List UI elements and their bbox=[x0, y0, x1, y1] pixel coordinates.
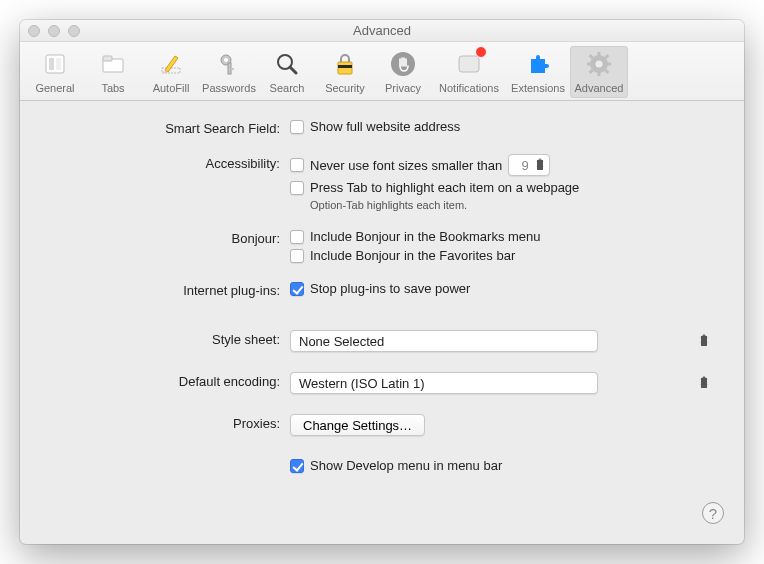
checkbox-label: Show full website address bbox=[310, 119, 460, 134]
row-plugins: Internet plug-ins: Stop plug-ins to save… bbox=[50, 281, 714, 298]
tab-autofill[interactable]: AutoFill bbox=[142, 46, 200, 98]
show-full-url-option[interactable]: Show full website address bbox=[290, 119, 714, 134]
titlebar: Advanced bbox=[20, 20, 744, 42]
bonjour-favorites-option[interactable]: Include Bonjour in the Favorites bar bbox=[290, 248, 714, 263]
tab-label: Tabs bbox=[101, 82, 124, 94]
puzzle-icon bbox=[522, 48, 554, 80]
stylesheet-label: Style sheet: bbox=[50, 330, 290, 347]
encoding-label: Default encoding: bbox=[50, 372, 290, 389]
notification-icon bbox=[453, 48, 485, 80]
svg-rect-15 bbox=[459, 56, 479, 72]
pencil-icon bbox=[155, 48, 187, 80]
tab-label: Extensions bbox=[511, 82, 565, 94]
tab-label: AutoFill bbox=[153, 82, 190, 94]
window-controls bbox=[28, 25, 80, 37]
key-icon bbox=[213, 48, 245, 80]
stop-plugins-checkbox[interactable] bbox=[290, 282, 304, 296]
develop-menu-checkbox[interactable] bbox=[290, 459, 304, 473]
bonjour-label: Bonjour: bbox=[50, 229, 290, 246]
svg-rect-0 bbox=[46, 55, 64, 73]
tab-label: Security bbox=[325, 82, 365, 94]
checkbox-label: Never use font sizes smaller than bbox=[310, 158, 502, 173]
hand-icon bbox=[387, 48, 419, 80]
svg-rect-21 bbox=[607, 63, 611, 66]
preferences-window: Advanced General Tabs AutoFill Passwords bbox=[20, 20, 744, 544]
show-full-url-checkbox[interactable] bbox=[290, 120, 304, 134]
chevron-updown-icon bbox=[700, 375, 708, 389]
badge-icon bbox=[475, 46, 487, 58]
tab-security[interactable]: Security bbox=[316, 46, 374, 98]
accessibility-label: Accessibility: bbox=[50, 154, 290, 171]
plugins-label: Internet plug-ins: bbox=[50, 281, 290, 298]
tab-highlight-option[interactable]: Press Tab to highlight each item on a we… bbox=[290, 180, 714, 195]
chevron-updown-icon bbox=[700, 333, 708, 347]
svg-rect-8 bbox=[228, 63, 231, 74]
change-settings-button[interactable]: Change Settings… bbox=[290, 414, 425, 436]
bonjour-favorites-checkbox[interactable] bbox=[290, 249, 304, 263]
svg-point-17 bbox=[596, 61, 603, 68]
tab-search[interactable]: Search bbox=[258, 46, 316, 98]
bonjour-bookmarks-checkbox[interactable] bbox=[290, 230, 304, 244]
checkbox-label: Stop plug-ins to save power bbox=[310, 281, 470, 296]
tab-label: Privacy bbox=[385, 82, 421, 94]
tab-advanced[interactable]: Advanced bbox=[570, 46, 628, 98]
svg-rect-2 bbox=[56, 58, 61, 70]
close-icon[interactable] bbox=[28, 25, 40, 37]
row-smart-search: Smart Search Field: Show full website ad… bbox=[50, 119, 714, 136]
svg-rect-19 bbox=[598, 72, 601, 76]
help-button[interactable]: ? bbox=[702, 502, 724, 524]
tab-privacy[interactable]: Privacy bbox=[374, 46, 432, 98]
svg-rect-1 bbox=[49, 58, 54, 70]
develop-menu-option[interactable]: Show Develop menu in menu bar bbox=[290, 458, 714, 473]
tab-notifications[interactable]: Notifications bbox=[432, 46, 506, 98]
tab-passwords[interactable]: Passwords bbox=[200, 46, 258, 98]
svg-point-14 bbox=[391, 52, 415, 76]
tab-extensions[interactable]: Extensions bbox=[506, 46, 570, 98]
checkbox-label: Include Bonjour in the Bookmarks menu bbox=[310, 229, 541, 244]
form-content: Smart Search Field: Show full website ad… bbox=[20, 101, 744, 473]
stop-plugins-option[interactable]: Stop plug-ins to save power bbox=[290, 281, 714, 296]
tab-tabs[interactable]: Tabs bbox=[84, 46, 142, 98]
search-icon bbox=[271, 48, 303, 80]
tab-label: Notifications bbox=[439, 82, 499, 94]
row-accessibility: Accessibility: Never use font sizes smal… bbox=[50, 154, 714, 211]
checkbox-label: Include Bonjour in the Favorites bar bbox=[310, 248, 515, 263]
checkbox-label: Press Tab to highlight each item on a we… bbox=[310, 180, 579, 195]
gear-icon bbox=[583, 48, 615, 80]
tabs-icon bbox=[97, 48, 129, 80]
svg-rect-13 bbox=[338, 65, 352, 68]
bonjour-bookmarks-option[interactable]: Include Bonjour in the Bookmarks menu bbox=[290, 229, 714, 244]
tab-label: Advanced bbox=[575, 82, 624, 94]
tab-label: General bbox=[35, 82, 74, 94]
tab-label: Passwords bbox=[202, 82, 256, 94]
smart-search-label: Smart Search Field: bbox=[50, 119, 290, 136]
checkbox-label: Show Develop menu in menu bar bbox=[310, 458, 502, 473]
minimize-icon[interactable] bbox=[48, 25, 60, 37]
svg-rect-18 bbox=[598, 52, 601, 56]
stylesheet-select[interactable]: None Selected bbox=[290, 330, 598, 352]
min-font-select[interactable]: 9 bbox=[508, 154, 550, 176]
tab-label: Search bbox=[270, 82, 305, 94]
svg-rect-9 bbox=[231, 68, 234, 70]
switch-icon bbox=[39, 48, 71, 80]
chevron-updown-icon bbox=[536, 157, 544, 171]
row-encoding: Default encoding: Western (ISO Latin 1) bbox=[50, 372, 714, 394]
preferences-toolbar: General Tabs AutoFill Passwords Search bbox=[20, 42, 744, 101]
encoding-select[interactable]: Western (ISO Latin 1) bbox=[290, 372, 598, 394]
row-develop: Show Develop menu in menu bar bbox=[50, 458, 714, 473]
svg-rect-4 bbox=[103, 56, 112, 61]
tab-general[interactable]: General bbox=[26, 46, 84, 98]
min-font-checkbox[interactable] bbox=[290, 158, 304, 172]
lock-icon bbox=[329, 48, 361, 80]
row-stylesheet: Style sheet: None Selected bbox=[50, 330, 714, 352]
row-bonjour: Bonjour: Include Bonjour in the Bookmark… bbox=[50, 229, 714, 263]
zoom-icon[interactable] bbox=[68, 25, 80, 37]
proxies-label: Proxies: bbox=[50, 414, 290, 431]
svg-point-7 bbox=[224, 58, 228, 62]
row-proxies: Proxies: Change Settings… bbox=[50, 414, 714, 436]
accessibility-hint: Option-Tab highlights each item. bbox=[310, 199, 714, 211]
window-title: Advanced bbox=[20, 23, 744, 38]
svg-line-11 bbox=[290, 67, 296, 73]
svg-rect-20 bbox=[587, 63, 591, 66]
tab-highlight-checkbox[interactable] bbox=[290, 181, 304, 195]
